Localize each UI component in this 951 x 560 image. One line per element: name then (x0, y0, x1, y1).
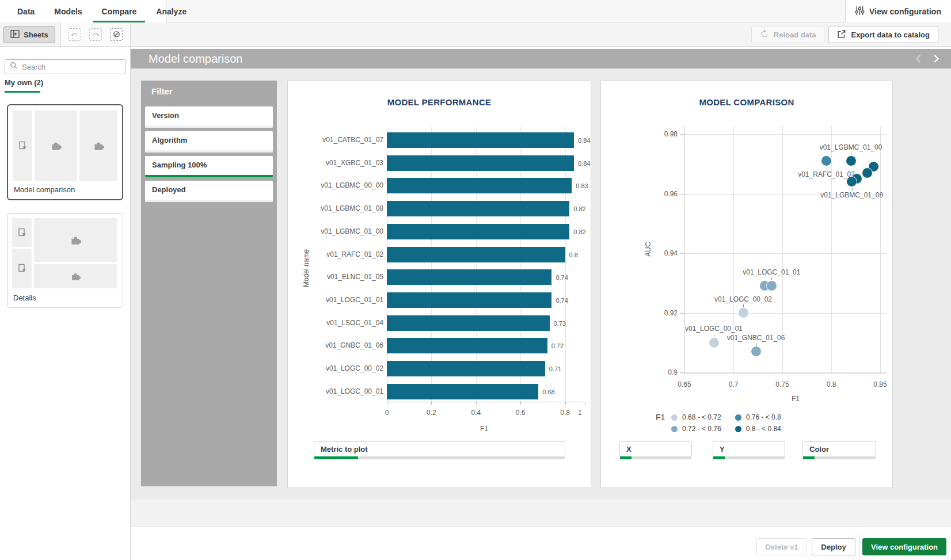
bar-x-axis-line (387, 402, 585, 402)
scatter-y-tick-label: 0.92 (656, 309, 678, 317)
y-listbox[interactable]: Y (713, 441, 785, 457)
bar-x-tick-label: 0.2 (424, 409, 438, 417)
bar[interactable] (387, 178, 572, 193)
toolbar: Sheets Reload data (0, 22, 951, 47)
bar-category-label: v01_XGBC_01_03 (299, 159, 383, 167)
legend-label: 0.72 - < 0.76 (682, 425, 721, 433)
sheet-thumb-title: Model comparison (14, 185, 75, 194)
bar[interactable] (387, 338, 547, 353)
sheet-thumb-model-comparison[interactable]: Model comparison (7, 104, 123, 200)
x-listbox-label: X (620, 442, 691, 457)
reload-data-button[interactable]: Reload data (751, 26, 825, 43)
legend-swatch (735, 414, 741, 421)
scatter-x-tick-label: 0.75 (773, 380, 792, 388)
sheets-button[interactable]: Sheets (3, 26, 55, 43)
sheet-search[interactable] (5, 59, 125, 74)
scatter-point[interactable] (847, 177, 857, 186)
metric-to-plot-listbox[interactable]: Metric to plot (314, 441, 565, 457)
my-own-active-underline (5, 91, 40, 93)
scatter-y-tick-label: 0.96 (656, 190, 678, 198)
bar[interactable] (387, 155, 574, 171)
point-label-connector (827, 167, 827, 170)
bar-axis-tick (476, 402, 477, 405)
tab-models[interactable]: Models (44, 0, 92, 22)
bar[interactable] (387, 315, 550, 331)
legend-label: 0.76 - < 0.8 (746, 413, 781, 421)
thumb-tile (34, 264, 117, 288)
top-nav: Data Models Compare Analyze View configu… (0, 0, 951, 22)
x-listbox[interactable]: X (619, 441, 692, 457)
delete-version-button[interactable]: Delete v1 (756, 538, 807, 555)
my-own-section-label[interactable]: My own (2) (5, 78, 43, 87)
thumb-tile (12, 218, 32, 247)
scatter-point-label: v01_LGBMC_01_00 (811, 143, 891, 151)
bar-category-label: v01_LGBMC_01_00 (299, 227, 383, 235)
tab-compare[interactable]: Compare (92, 0, 147, 22)
point-label-connector (852, 188, 853, 191)
filterpane-icon (18, 228, 26, 238)
legend-item: 0.72 - < 0.76 (671, 423, 721, 435)
bar-category-label: v01_LSOC_01_04 (299, 319, 383, 327)
clear-selections-button[interactable] (110, 28, 123, 41)
filter-listbox-algorithm[interactable]: Algorithm (145, 131, 273, 153)
puzzle-icon (50, 139, 62, 152)
previous-sheet-button[interactable] (913, 54, 923, 64)
footer-divider (859, 535, 859, 559)
legend-item: 0.8 - < 0.84 (735, 423, 781, 435)
bar-value-label: 0.72 (551, 342, 564, 349)
sheet-thumb-details[interactable]: Details (7, 213, 123, 308)
bar-value-label: 0.82 (573, 205, 585, 212)
deploy-button[interactable]: Deploy (812, 538, 855, 555)
scatter-point[interactable] (739, 308, 748, 318)
scatter-point[interactable] (821, 156, 831, 166)
sheets-sidebar: My own (2) Model comparison (0, 47, 131, 560)
legend-item: 0.76 - < 0.8 (735, 412, 781, 423)
bar-category-label: v01_CATBC_01_07 (299, 136, 383, 144)
scatter-point[interactable] (767, 281, 777, 291)
scatter-y-tick (680, 194, 684, 195)
bar-category-label: v01_LGBMC_01_08 (299, 204, 383, 212)
tab-analyze[interactable]: Analyze (146, 0, 196, 22)
scatter-point[interactable] (751, 346, 761, 356)
legend-label: 0.68 - < 0.72 (682, 413, 721, 421)
listbox-state-strip (145, 175, 273, 177)
scatter-y-tick (680, 313, 684, 314)
redo-button[interactable] (89, 28, 102, 41)
bar[interactable] (387, 247, 565, 262)
listbox-state-strip (145, 125, 273, 128)
bar[interactable] (387, 224, 569, 239)
view-configuration-button[interactable]: View configuration (862, 538, 946, 555)
filterpane-icon (18, 141, 27, 151)
bar-x-tick-label: 0.4 (469, 409, 483, 417)
bar-axis-tick (387, 402, 387, 405)
tab-data[interactable]: Data (7, 0, 44, 22)
listbox-state-strip (803, 456, 876, 459)
bar[interactable] (387, 361, 545, 376)
search-input[interactable] (22, 63, 114, 71)
bar-value-label: 0.83 (576, 182, 588, 189)
bar[interactable] (387, 292, 551, 308)
undo-button[interactable] (69, 28, 81, 41)
scatter-point[interactable] (846, 156, 856, 166)
legend-label: 0.8 - < 0.84 (746, 425, 781, 433)
scatter-y-tick (680, 372, 684, 373)
bar-axis-tick (585, 402, 585, 405)
bar[interactable] (387, 269, 551, 285)
bar[interactable] (387, 201, 569, 216)
filter-listbox-label: Deployed (145, 181, 273, 199)
filter-listbox-sampling[interactable]: Sampling 100% (145, 156, 273, 177)
color-listbox[interactable]: Color (802, 441, 876, 457)
filter-listbox-label: Sampling 100% (145, 156, 273, 174)
filter-listbox-version[interactable]: Version (145, 106, 273, 128)
view-configuration-nav-button[interactable]: View configuration (845, 0, 951, 22)
next-sheet-button[interactable] (931, 54, 941, 64)
bar[interactable] (387, 384, 538, 399)
filter-listbox-deployed[interactable]: Deployed (145, 181, 273, 202)
scatter-y-tick (680, 134, 684, 135)
bar-axis-tick (431, 402, 432, 405)
export-data-button[interactable]: Export data to catalog (828, 26, 938, 43)
scatter-point[interactable] (862, 168, 872, 178)
point-label-connector (743, 304, 744, 307)
scatter-x-axis-title: F1 (792, 395, 800, 403)
bar[interactable] (387, 132, 574, 148)
